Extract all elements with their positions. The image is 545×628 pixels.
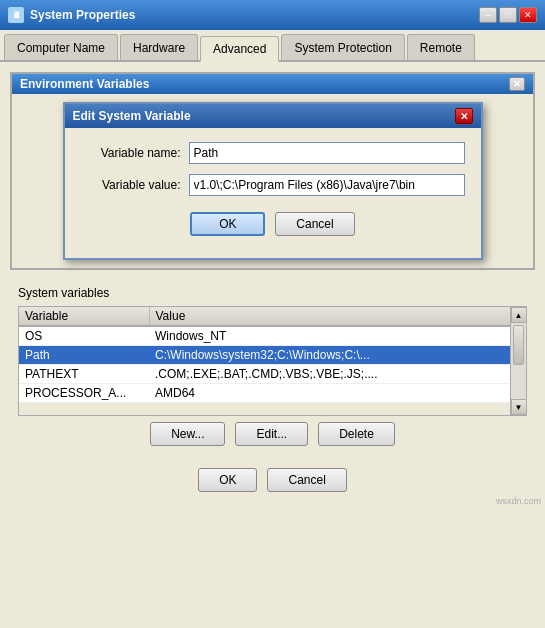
system-properties-icon: 🖥 — [8, 7, 24, 23]
variable-name-label: Variable name: — [81, 146, 181, 160]
delete-button[interactable]: Delete — [318, 422, 395, 446]
tab-remote[interactable]: Remote — [407, 34, 475, 60]
table-header-row: Variable Value — [19, 307, 526, 326]
outer-buttons: OK Cancel — [10, 460, 535, 498]
row-variable: Path — [19, 346, 149, 365]
edit-dialog-title-text: Edit System Variable — [73, 109, 191, 123]
env-variables-panel: Environment Variables ✕ Edit System Vari… — [10, 72, 535, 270]
system-variables-table: Variable Value OS Windows_NT Path C:\Win… — [19, 307, 526, 403]
system-variables-buttons: New... Edit... Delete — [18, 416, 527, 452]
watermark: wsxdn.com — [496, 496, 541, 506]
system-variables-table-wrapper: Variable Value OS Windows_NT Path C:\Win… — [18, 306, 527, 416]
variable-name-row: Variable name: — [81, 142, 465, 164]
scroll-down-arrow[interactable]: ▼ — [511, 399, 527, 415]
row-variable: OS — [19, 326, 149, 346]
close-button[interactable]: ✕ — [519, 7, 537, 23]
env-panel-title-bar: Environment Variables ✕ — [12, 74, 533, 94]
scroll-thumb[interactable] — [513, 325, 524, 365]
env-panel-title-text: Environment Variables — [20, 77, 149, 91]
scroll-track[interactable] — [511, 323, 526, 399]
system-variables-label: System variables — [18, 286, 527, 300]
title-bar-title: System Properties — [30, 8, 135, 22]
edit-button[interactable]: Edit... — [235, 422, 308, 446]
outer-cancel-button[interactable]: Cancel — [267, 468, 346, 492]
title-bar-controls: ─ □ ✕ — [479, 7, 537, 23]
table-row[interactable]: PROCESSOR_A... AMD64 — [19, 384, 526, 403]
scroll-up-arrow[interactable]: ▲ — [511, 307, 527, 323]
env-panel-close-button[interactable]: ✕ — [509, 77, 525, 91]
outer-ok-button[interactable]: OK — [198, 468, 257, 492]
minimize-button[interactable]: ─ — [479, 7, 497, 23]
row-variable: PROCESSOR_A... — [19, 384, 149, 403]
row-value: C:\Windows\system32;C:\Windows;C:\... — [149, 346, 526, 365]
tab-advanced[interactable]: Advanced — [200, 36, 279, 62]
edit-system-variable-dialog: Edit System Variable ✕ Variable name: Va… — [63, 102, 483, 260]
variable-value-row: Variable value: — [81, 174, 465, 196]
table-body: OS Windows_NT Path C:\Windows\system32;C… — [19, 326, 526, 403]
table-row[interactable]: OS Windows_NT — [19, 326, 526, 346]
tab-bar: Computer Name Hardware Advanced System P… — [0, 30, 545, 62]
row-variable: PATHEXT — [19, 365, 149, 384]
row-value: Windows_NT — [149, 326, 526, 346]
tab-hardware[interactable]: Hardware — [120, 34, 198, 60]
table-row[interactable]: Path C:\Windows\system32;C:\Windows;C:\.… — [19, 346, 526, 365]
variable-value-label: Variable value: — [81, 178, 181, 192]
table-row[interactable]: PATHEXT .COM;.EXE;.BAT;.CMD;.VBS;.VBE;.J… — [19, 365, 526, 384]
vertical-scrollbar[interactable]: ▲ ▼ — [510, 307, 526, 415]
new-button[interactable]: New... — [150, 422, 225, 446]
dialog-cancel-button[interactable]: Cancel — [275, 212, 354, 236]
title-bar: 🖥 System Properties ─ □ ✕ — [0, 0, 545, 30]
edit-dialog-body: Variable name: Variable value: OK Cancel — [65, 128, 481, 258]
column-value: Value — [149, 307, 526, 326]
env-panel-content: Edit System Variable ✕ Variable name: Va… — [12, 94, 533, 268]
maximize-button[interactable]: □ — [499, 7, 517, 23]
variable-value-input[interactable] — [189, 174, 465, 196]
tab-computer-name[interactable]: Computer Name — [4, 34, 118, 60]
variable-name-input[interactable] — [189, 142, 465, 164]
tab-system-protection[interactable]: System Protection — [281, 34, 404, 60]
row-value: .COM;.EXE;.BAT;.CMD;.VBS;.VBE;.JS;.... — [149, 365, 526, 384]
column-variable: Variable — [19, 307, 149, 326]
dialog-buttons: OK Cancel — [81, 206, 465, 248]
main-content: Environment Variables ✕ Edit System Vari… — [0, 62, 545, 508]
row-value: AMD64 — [149, 384, 526, 403]
dialog-ok-button[interactable]: OK — [190, 212, 265, 236]
system-variables-section: System variables Variable Value OS Windo… — [10, 278, 535, 460]
edit-dialog-title-bar: Edit System Variable ✕ — [65, 104, 481, 128]
title-bar-left: 🖥 System Properties — [8, 7, 135, 23]
edit-dialog-close-button[interactable]: ✕ — [455, 108, 473, 124]
